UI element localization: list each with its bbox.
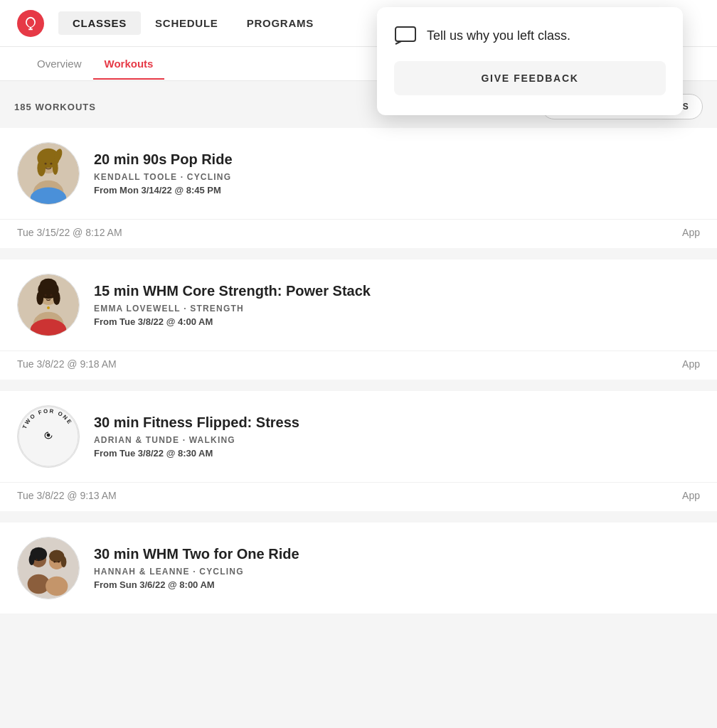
svg-point-23 bbox=[47, 306, 50, 309]
workout-instructor: ADRIAN & TUNDE · WALKING bbox=[94, 435, 700, 445]
workout-instructor: HANNAH & LEANNE · CYCLING bbox=[94, 567, 700, 577]
tab-workouts[interactable]: Workouts bbox=[93, 49, 165, 80]
instructor-avatar bbox=[18, 274, 79, 336]
workout-date: Tue 3/8/22 @ 9:18 AM bbox=[17, 358, 117, 370]
nav-programs[interactable]: PROGRAMS bbox=[233, 11, 328, 35]
workout-from: From Mon 3/14/22 @ 8:45 PM bbox=[94, 185, 700, 196]
feedback-popup: Tell us why you left class. GIVE FEEDBAC… bbox=[377, 7, 683, 115]
svg-point-40 bbox=[58, 561, 60, 563]
popup-header: Tell us why you left class. bbox=[394, 24, 666, 47]
popup-title: Tell us why you left class. bbox=[427, 28, 570, 43]
workout-source: App bbox=[682, 490, 700, 501]
workout-footer: Tue 3/15/22 @ 8:12 AM App bbox=[0, 219, 717, 248]
avatar bbox=[17, 537, 80, 599]
workout-title: 20 min 90s Pop Ride bbox=[94, 151, 700, 168]
workout-from: From Tue 3/8/22 @ 4:00 AM bbox=[94, 316, 700, 327]
card-gap bbox=[0, 385, 717, 391]
svg-point-20 bbox=[45, 294, 47, 296]
workout-title: 30 min WHM Two for One Ride bbox=[94, 546, 700, 562]
avatar bbox=[17, 274, 80, 336]
twoforone-avatar: TWO FOR ONE bbox=[18, 405, 79, 468]
workout-card-inner: 20 min 90s Pop Ride KENDALL TOOLE · CYCL… bbox=[0, 128, 717, 219]
workout-date: Tue 3/8/22 @ 9:13 AM bbox=[17, 490, 117, 501]
workout-source: App bbox=[682, 358, 700, 370]
workout-info: 30 min WHM Two for One Ride HANNAH & LEA… bbox=[94, 546, 700, 590]
nav-classes[interactable]: CLASSES bbox=[58, 11, 141, 35]
svg-point-18 bbox=[36, 291, 43, 305]
workout-title: 30 min Fitness Flipped: Stress bbox=[94, 414, 700, 431]
workout-title: 15 min WHM Core Strength: Power Stack bbox=[94, 283, 700, 299]
svg-point-32 bbox=[29, 554, 35, 565]
tab-overview[interactable]: Overview bbox=[26, 49, 93, 80]
svg-point-8 bbox=[53, 161, 58, 175]
logo-icon bbox=[23, 16, 38, 31]
chat-icon bbox=[394, 24, 417, 47]
card-gap bbox=[0, 517, 717, 523]
svg-point-38 bbox=[40, 559, 42, 561]
svg-point-27 bbox=[47, 434, 51, 437]
avatar bbox=[17, 142, 80, 205]
workout-footer: Tue 3/8/22 @ 9:13 AM App bbox=[0, 482, 717, 511]
workout-from: From Tue 3/8/22 @ 8:30 AM bbox=[94, 448, 700, 459]
workout-instructor: KENDALL TOOLE · CYCLING bbox=[94, 172, 700, 182]
svg-point-10 bbox=[45, 163, 47, 165]
instructor-avatar bbox=[18, 142, 79, 205]
workout-footer: Tue 3/8/22 @ 9:18 AM App bbox=[0, 350, 717, 380]
svg-rect-0 bbox=[395, 27, 415, 41]
workout-card[interactable]: 15 min WHM Core Strength: Power Stack EM… bbox=[0, 259, 717, 380]
workout-info: 30 min Fitness Flipped: Stress ADRIAN & … bbox=[94, 414, 700, 459]
svg-point-39 bbox=[54, 561, 56, 563]
svg-point-17 bbox=[40, 279, 56, 290]
workout-card[interactable]: 30 min WHM Two for One Ride HANNAH & LEA… bbox=[0, 523, 717, 614]
give-feedback-button[interactable]: GIVE FEEDBACK bbox=[394, 61, 666, 95]
svg-point-7 bbox=[37, 159, 46, 176]
svg-point-19 bbox=[53, 291, 60, 305]
instructor-avatar bbox=[18, 537, 79, 599]
twoforone-logo: TWO FOR ONE bbox=[17, 405, 80, 468]
workout-info: 15 min WHM Core Strength: Power Stack EM… bbox=[94, 283, 700, 327]
nav-schedule[interactable]: SCHEDULE bbox=[141, 11, 233, 35]
workout-card-inner: 30 min WHM Two for One Ride HANNAH & LEA… bbox=[0, 523, 717, 614]
svg-point-37 bbox=[36, 559, 38, 561]
workout-card-inner: TWO FOR ONE 30 min Fitness Flipped: Stre… bbox=[0, 391, 717, 482]
svg-point-11 bbox=[50, 163, 52, 165]
workout-card[interactable]: TWO FOR ONE 30 min Fitness Flipped: Stre… bbox=[0, 391, 717, 511]
app-header: CLASSES SCHEDULE PROGRAMS Tell us why yo… bbox=[0, 0, 717, 47]
workout-card-inner: 15 min WHM Core Strength: Power Stack EM… bbox=[0, 259, 717, 350]
svg-point-36 bbox=[61, 556, 67, 567]
svg-point-21 bbox=[50, 294, 52, 296]
peloton-logo[interactable] bbox=[17, 10, 44, 37]
card-gap bbox=[0, 254, 717, 259]
workout-date: Tue 3/15/22 @ 8:12 AM bbox=[17, 227, 122, 238]
svg-point-34 bbox=[46, 577, 68, 596]
workout-from: From Sun 3/6/22 @ 8:00 AM bbox=[94, 579, 700, 590]
workout-card[interactable]: 20 min 90s Pop Ride KENDALL TOOLE · CYCL… bbox=[0, 128, 717, 248]
workout-source: App bbox=[682, 227, 700, 238]
workout-info: 20 min 90s Pop Ride KENDALL TOOLE · CYCL… bbox=[94, 151, 700, 196]
workout-instructor: EMMA LOVEWELL · STRENGTH bbox=[94, 304, 700, 314]
workout-count-label: 185 WORKOUTS bbox=[14, 102, 96, 112]
